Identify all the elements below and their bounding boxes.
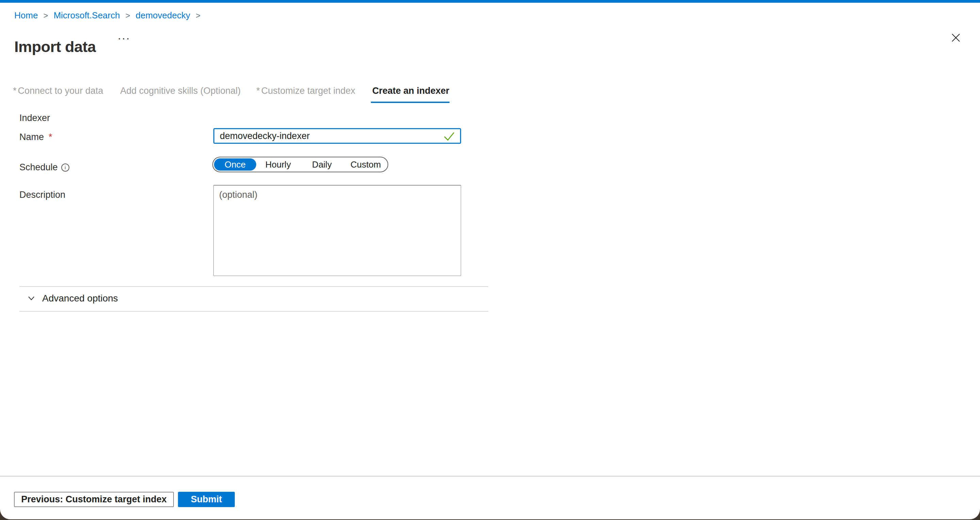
- breadcrumb-link-home[interactable]: Home: [14, 10, 38, 21]
- tab-add-cognitive-skills[interactable]: Add cognitive skills (Optional): [119, 86, 240, 103]
- previous-button[interactable]: Previous: Customize target index: [14, 492, 174, 507]
- breadcrumb-separator: >: [43, 11, 48, 21]
- required-asterisk: *: [49, 132, 52, 143]
- tab-required-marker: *: [13, 86, 17, 96]
- name-field-wrapper: [213, 128, 461, 144]
- schedule-option-daily[interactable]: Daily: [300, 159, 344, 170]
- divider: [19, 311, 488, 312]
- breadcrumb-link-microsoft-search[interactable]: Microsoft.Search: [53, 10, 120, 21]
- schedule-option-custom[interactable]: Custom: [344, 159, 388, 170]
- wizard-tabs: *Connect to your data Add cognitive skil…: [13, 86, 450, 103]
- advanced-options-label: Advanced options: [42, 293, 118, 304]
- name-field-label: Name*: [19, 132, 52, 143]
- top-accent-bar: [0, 0, 980, 3]
- indexer-name-input[interactable]: [213, 128, 461, 144]
- advanced-options-toggle[interactable]: Advanced options: [27, 293, 118, 304]
- tab-label: Customize target index: [261, 86, 355, 96]
- tab-label: Add cognitive skills (Optional): [120, 86, 240, 96]
- tab-customize-target-index[interactable]: *Customize target index: [256, 86, 355, 103]
- breadcrumb-link-demovedecky[interactable]: demovedecky: [135, 10, 190, 21]
- tab-create-an-indexer[interactable]: Create an indexer: [371, 86, 450, 103]
- close-icon[interactable]: [950, 32, 962, 44]
- schedule-field-label: Schedule i: [19, 162, 69, 173]
- submit-button[interactable]: Submit: [178, 492, 235, 507]
- tab-label: Connect to your data: [18, 86, 103, 96]
- chevron-down-icon: [27, 293, 36, 304]
- indexer-section-title: Indexer: [19, 113, 50, 124]
- description-field-label: Description: [19, 190, 65, 200]
- more-options-icon[interactable]: ...: [116, 29, 132, 43]
- tab-connect-to-your-data[interactable]: *Connect to your data: [13, 86, 103, 103]
- import-data-panel: Home > Microsoft.Search > demovedecky > …: [0, 0, 980, 519]
- tab-label: Create an indexer: [372, 86, 450, 96]
- schedule-option-once[interactable]: Once: [214, 159, 256, 171]
- breadcrumb-separator: >: [196, 11, 200, 21]
- footer-divider: [0, 476, 980, 477]
- tab-required-marker: *: [256, 86, 260, 96]
- page-title: Import data: [14, 38, 96, 56]
- info-icon[interactable]: i: [61, 163, 69, 172]
- breadcrumb: Home > Microsoft.Search > demovedecky >: [14, 10, 200, 21]
- breadcrumb-separator: >: [125, 11, 130, 21]
- schedule-option-hourly[interactable]: Hourly: [256, 159, 300, 170]
- divider: [19, 286, 488, 287]
- description-textarea[interactable]: [213, 185, 461, 276]
- schedule-pill-group: Once Hourly Daily Custom: [212, 157, 388, 172]
